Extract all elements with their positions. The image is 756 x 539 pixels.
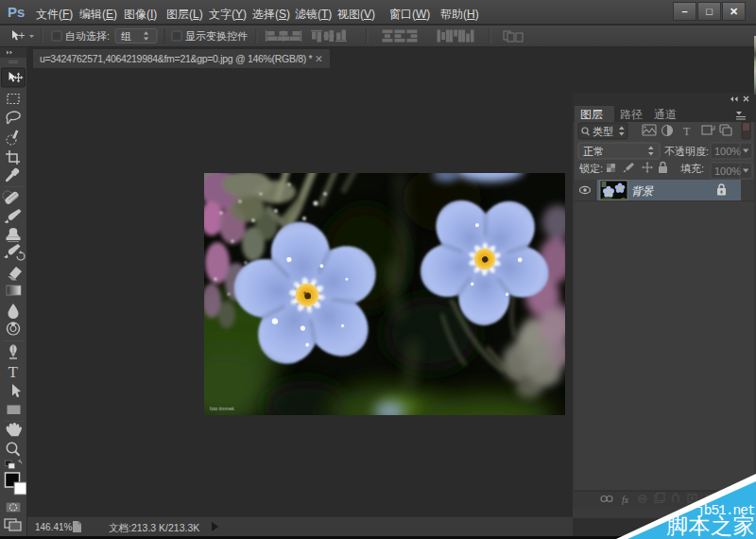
svg-text:锁定:: 锁定: <box>578 163 603 174</box>
svg-text:显示变换控件: 显示变换控件 <box>185 30 248 42</box>
svg-text:通道: 通道 <box>654 108 677 121</box>
svg-text:背景: 背景 <box>631 185 655 197</box>
svg-text:正常: 正常 <box>583 146 604 157</box>
svg-text:填充:: 填充: <box>680 163 704 174</box>
svg-text:T: T <box>9 363 19 381</box>
svg-text:fx: fx <box>622 495 629 505</box>
svg-text:T: T <box>683 125 691 138</box>
svg-text:路径: 路径 <box>620 108 643 121</box>
svg-text:100%: 100% <box>714 146 741 157</box>
svg-text:不透明度:: 不透明度: <box>664 146 709 157</box>
svg-text:100%: 100% <box>714 165 741 177</box>
svg-text:类型: 类型 <box>593 126 613 137</box>
svg-text:自动选择:: 自动选择: <box>65 30 110 42</box>
svg-text:组: 组 <box>121 30 131 42</box>
svg-text:图层: 图层 <box>580 108 603 121</box>
svg-text:foto timmek: foto timmek <box>210 406 234 411</box>
